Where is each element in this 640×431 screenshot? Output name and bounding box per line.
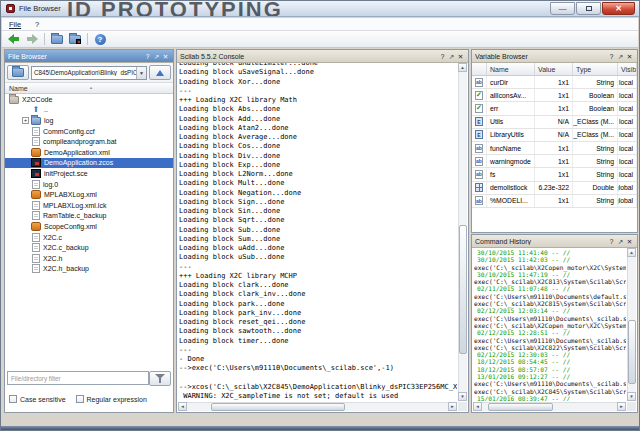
tree-item[interactable]: DemoApplication.xml	[5, 147, 173, 158]
scroll-right-icon[interactable]: ►	[448, 402, 457, 411]
tree-item[interactable]: X2C.h_backup	[5, 264, 173, 275]
history-command[interactable]: exec('C:\Users\m91110\Documents\_scilab.…	[474, 315, 626, 322]
history-command[interactable]: exec('C:\_scilab\X2C845\System\Scilab\Sc…	[474, 388, 626, 395]
tree-item[interactable]: ⬆..	[5, 105, 173, 116]
panel-undock-icon[interactable]: ↗	[616, 237, 625, 246]
apply-filter-button[interactable]	[149, 371, 171, 386]
menu-help[interactable]: ?	[28, 18, 46, 30]
scroll-up-icon[interactable]: ▲	[627, 248, 636, 257]
table-row[interactable]: abwarningmode1x1Stringlocal	[472, 155, 637, 168]
history-vertical-scrollbar[interactable]: ▲ ▼	[627, 248, 636, 401]
case-sensitive-checkbox[interactable]: Case sensitive	[9, 395, 66, 403]
scroll-left-icon[interactable]: ◄	[473, 402, 482, 411]
panel-undock-icon[interactable]: ↗	[152, 52, 161, 61]
tree-item[interactable]: +log	[5, 115, 173, 126]
tree-item[interactable]: log.0	[5, 179, 173, 190]
column-header[interactable]: Visibility	[618, 63, 637, 75]
history-session-date[interactable]: 02/12/2015 12:28:51 -- //	[474, 329, 626, 336]
console-header[interactable]: Scilab 5.5.2 Console ? ↗ ✕	[177, 50, 468, 63]
regular-expression-checkbox[interactable]: Regular expression	[76, 395, 147, 403]
column-header[interactable]: Type	[573, 63, 618, 75]
back-button[interactable]	[5, 32, 23, 47]
console-output[interactable]: Loading block uRateLimiter...done Loadin…	[179, 63, 457, 401]
tree-item[interactable]: ScopeConfig.xml	[5, 221, 173, 232]
tree-item[interactable]: DemoApplication.zcos	[5, 158, 173, 169]
forward-button[interactable]	[23, 32, 41, 47]
tree-item[interactable]: X2C.h	[5, 253, 173, 264]
history-command[interactable]: exec('C:\Users\m91110\Documents\_scilab.…	[474, 380, 626, 387]
browse-folder-button[interactable]	[7, 65, 29, 80]
scroll-right-icon[interactable]: ►	[617, 402, 626, 411]
table-row[interactable]: ✓allIconsAv...1x1Booleanlocal	[472, 89, 637, 102]
path-combobox[interactable]: C845\DemoApplication\Blinky_dsPIC33 ▼	[31, 66, 147, 80]
panel-help-icon[interactable]: ?	[438, 52, 447, 61]
table-row[interactable]: ✓err1x1Booleanlocal	[472, 102, 637, 115]
history-session-date[interactable]: 30/10/2015 11:42:03 -- //	[474, 256, 626, 263]
tree-item[interactable]: X2C.c	[5, 232, 173, 243]
expand-icon[interactable]: +	[22, 117, 29, 124]
history-session-date[interactable]: 02/12/2015 12:03:14 -- //	[474, 307, 626, 314]
history-command[interactable]: exec('C:\Users\m91110\Documents\default.…	[474, 293, 626, 300]
scroll-down-icon[interactable]: ▼	[458, 392, 467, 401]
panel-help-icon[interactable]: ?	[607, 237, 616, 246]
scrollbar-thumb[interactable]	[488, 403, 552, 411]
history-session-date[interactable]: 13/01/2016 09:12:27 -- //	[474, 373, 626, 380]
panel-help-icon[interactable]: ?	[143, 52, 152, 61]
panel-help-icon[interactable]: ?	[607, 52, 616, 61]
variable-table[interactable]: NameValueTypeVisibilityabcurDir1x1String…	[472, 63, 637, 232]
tree-item[interactable]: MPLABXLog.xml.lck	[5, 200, 173, 211]
tree-item[interactable]: compileandprogram.bat	[5, 136, 173, 147]
command-history-header[interactable]: Command History ? ↗ ✕	[472, 235, 637, 248]
tree-item[interactable]: CommConfig.ccf	[5, 126, 173, 137]
table-row[interactable]: EUtilsN/A_EClass (M...local	[472, 116, 637, 129]
parent-directory-button[interactable]	[149, 65, 171, 80]
table-row[interactable]: demolistlock6.23e-322Doubleglobal	[472, 182, 637, 195]
restore-button[interactable]	[576, 2, 601, 15]
table-row[interactable]: abfs1x1Stringlocal	[472, 168, 637, 181]
panel-close-icon[interactable]: ✕	[456, 52, 465, 61]
console-horizontal-scrollbar[interactable]: ◄ ►	[178, 402, 457, 411]
column-header[interactable]: Value	[535, 63, 573, 75]
panel-close-icon[interactable]: ✕	[625, 52, 634, 61]
filter-input[interactable]: File/directory filter	[7, 371, 149, 385]
help-button[interactable]: ?	[91, 32, 109, 47]
history-session-date[interactable]: 30/10/2015 11:41:40 -- //	[474, 249, 626, 256]
history-session-date[interactable]: 15/01/2016 08:39:47 -- //	[474, 395, 626, 401]
history-session-date[interactable]: 02/12/2015 12:30:03 -- //	[474, 351, 626, 358]
panel-undock-icon[interactable]: ↗	[616, 52, 625, 61]
menu-file[interactable]: File	[2, 18, 28, 30]
history-horizontal-scrollbar[interactable]: ◄ ►	[473, 402, 626, 411]
file-tree[interactable]: X2CCode⬆..+logCommConfig.ccfcompileandpr…	[5, 94, 173, 366]
table-header-row[interactable]: NameValueTypeVisibility	[472, 63, 637, 76]
table-row[interactable]: ELibraryUtilsN/A_EClass (M...local	[472, 129, 637, 142]
tree-item[interactable]: RamTable.c_backup	[5, 211, 173, 222]
scrollbar-thumb[interactable]	[459, 225, 467, 353]
file-browser-header[interactable]: File Browser ? ↗ ✕	[5, 50, 173, 63]
panel-close-icon[interactable]: ✕	[625, 237, 634, 246]
minimize-button[interactable]: —	[550, 2, 575, 15]
title-bar[interactable]: ID PROTOTYPING File Browser — ✕	[1, 1, 639, 17]
scroll-up-icon[interactable]: ▲	[458, 63, 467, 72]
console-vertical-scrollbar[interactable]: ▲ ▼	[458, 63, 467, 401]
history-session-date[interactable]: 02/11/2015 11:07:48 -- //	[474, 285, 626, 292]
table-row[interactable]: abcurDir1x1Stringlocal	[472, 76, 637, 89]
history-session-date[interactable]: 30/10/2015 11:47:19 -- //	[474, 271, 626, 278]
scroll-left-icon[interactable]: ◄	[178, 402, 187, 411]
history-command[interactable]: exec('C:\_scilab\X2C822\System\Scilab\Sc…	[474, 344, 626, 351]
panel-close-icon[interactable]: ✕	[161, 52, 170, 61]
tree-item[interactable]: X2C.c_backup	[5, 242, 173, 253]
name-column-header[interactable]: Name ▲	[5, 83, 173, 94]
scrollbar-thumb[interactable]	[628, 320, 636, 384]
open-folder-button[interactable]	[48, 32, 66, 47]
variable-browser-header[interactable]: Variable Browser ? ↗ ✕	[472, 50, 637, 63]
close-button[interactable]: ✕	[602, 2, 635, 15]
history-command[interactable]: exec('C:\_scilab\X2C815\System\Scilab\Sc…	[474, 300, 626, 307]
history-command[interactable]: exec('C:\Users\m91110\Documents\_scilab.…	[474, 337, 626, 344]
open-xcos-folder-button[interactable]	[66, 32, 84, 47]
history-command[interactable]: exec('C:\_scilab\X2Copen_motor\X2C\Syste…	[474, 264, 626, 271]
history-session-date[interactable]: 18/12/2015 08:54:45 -- //	[474, 358, 626, 365]
column-header[interactable]: Name	[487, 63, 535, 75]
scroll-down-icon[interactable]: ▼	[627, 392, 636, 401]
scrollbar-thumb[interactable]	[211, 403, 345, 411]
tree-item[interactable]: initProject.sce	[5, 168, 173, 179]
